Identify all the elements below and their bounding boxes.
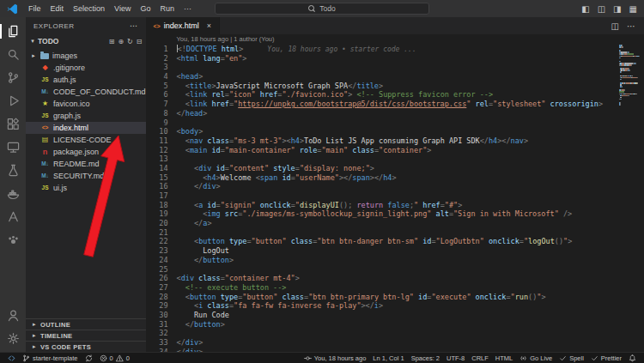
explorer-more-actions-icon[interactable]: ⋯ <box>130 21 138 30</box>
code-line-14[interactable]: 14 <div id="content" style="display: non… <box>146 164 644 173</box>
folder-icon <box>40 53 49 59</box>
code-line-13[interactable]: 13 <box>146 154 644 164</box>
code-line-25[interactable]: 25 <box>146 265 644 275</box>
code-line-16[interactable]: 16 </div> <box>146 182 644 191</box>
refresh-explorer-icon[interactable]: ↻ <box>127 38 133 45</box>
code-line-24[interactable]: 24 </button> <box>146 256 644 265</box>
code-line-5[interactable]: 5 <title>JavaScript Microsoft Graph SPA<… <box>146 82 644 91</box>
indentation-status[interactable]: Spaces: 2 <box>408 353 443 363</box>
activity-docker-icon[interactable] <box>0 182 26 205</box>
menu-selection[interactable]: Selection <box>69 3 109 15</box>
code-line-7[interactable]: 7 <link href="https://unpkg.com/bootstra… <box>146 100 644 109</box>
activity-remote-explorer-icon[interactable] <box>0 136 26 159</box>
file-favicon-ico[interactable]: ★favicon.ico <box>26 98 146 110</box>
menu-view[interactable]: View <box>110 3 135 15</box>
minimap[interactable] <box>619 45 641 106</box>
activity-azure-icon[interactable] <box>0 205 26 228</box>
cursor-position-status[interactable]: Ln 1, Col 1 <box>369 353 407 363</box>
code-line-15[interactable]: 15 <h4>Welcome <span id="userName"></spa… <box>146 173 644 183</box>
spell-status[interactable]: Spell <box>556 353 587 363</box>
activity-source-control-icon[interactable] <box>0 66 26 89</box>
activity-settings-icon[interactable] <box>0 327 26 350</box>
code-line-31[interactable]: 31 </button> <box>146 320 644 330</box>
remote-indicator[interactable] <box>4 353 19 363</box>
toggle-secondary-sidebar-icon[interactable]: ◨ <box>613 4 621 14</box>
code-line-32[interactable]: 32 <box>146 329 644 338</box>
code-line-23[interactable]: 23 LogOut <box>146 246 644 256</box>
file-images[interactable]: ▸images <box>26 50 146 62</box>
code-line-10[interactable]: 10<body> <box>146 127 644 136</box>
code-line-2[interactable]: 2<html lang="en"> <box>146 54 644 64</box>
code-line-26[interactable]: 26<div class="container mt-4"> <box>146 274 644 283</box>
activity-testing-icon[interactable] <box>0 159 26 182</box>
activity-explorer-icon[interactable] <box>0 20 26 43</box>
problems-status[interactable]: 00 <box>96 353 133 363</box>
menu-edit[interactable]: Edit <box>46 3 69 15</box>
activity-run-and-debug-icon[interactable] <box>0 89 26 112</box>
close-tab-icon[interactable]: × <box>207 21 211 30</box>
gitlens-blame-status[interactable]: You, 18 hours ago <box>301 353 370 363</box>
file-auth-js[interactable]: JSauth.js <box>26 74 146 86</box>
code-line-8[interactable]: 8</head> <box>146 109 644 118</box>
split-editor-icon[interactable]: ◫ <box>611 21 619 31</box>
new-folder-icon[interactable]: ⊕ <box>118 38 124 45</box>
code-line-17[interactable]: 17 <box>146 191 644 201</box>
menu-file[interactable]: File <box>24 3 46 15</box>
code-line-29[interactable]: 29 <i class="fa fa-fw fa-inverse fa-play… <box>146 301 644 311</box>
code-line-30[interactable]: 30 Run Code <box>146 311 644 320</box>
panel-outline[interactable]: ▸OUTLINE <box>26 318 146 330</box>
file-code-of-conduct-md[interactable]: M↓CODE_OF_CONDUCT.md <box>26 86 146 98</box>
menu-run[interactable]: Run <box>155 3 179 15</box>
activity-extensions-icon[interactable] <box>0 112 26 136</box>
activity-accounts-icon[interactable] <box>0 304 26 327</box>
file-ui-js[interactable]: JSui.js <box>26 182 146 194</box>
customize-layout-icon[interactable]: ▦ <box>629 4 637 14</box>
toggle-primary-sidebar-icon[interactable]: ◧ <box>581 4 589 14</box>
command-center-search[interactable]: Todo <box>215 3 429 15</box>
new-file-icon[interactable]: ⊞ <box>109 38 115 45</box>
code-line-27[interactable]: 27 <!-- execute button --> <box>146 283 644 293</box>
file-readme-md[interactable]: M↓README.md <box>26 158 146 170</box>
file-package-json[interactable]: npackage.json <box>26 146 146 158</box>
eol-status[interactable]: CRLF <box>468 353 492 363</box>
code-line-33[interactable]: 33</div> <box>146 338 644 348</box>
code-line-9[interactable]: 9 <box>146 118 644 128</box>
more-actions-icon[interactable]: ⋯ <box>627 21 635 31</box>
file-security-md[interactable]: M↓SECURITY.md <box>26 170 146 182</box>
sync-status[interactable] <box>82 353 96 363</box>
panel-vs-code-pets[interactable]: ▸VS CODE PETS <box>26 341 146 352</box>
branch-status[interactable]: starter-template <box>19 353 82 363</box>
code-line-1[interactable]: 1<!DOCTYPE html>You, 18 hours ago • star… <box>146 45 644 54</box>
codelens-annotation[interactable]: You, 18 hours ago | 1 author (You) <box>146 34 644 45</box>
file-license-code[interactable]: ▤LICENSE-CODE <box>26 134 146 146</box>
panel-timeline[interactable]: ▸TIMELINE <box>26 330 146 341</box>
code-line-12[interactable]: 12 <main id="main-container" role="main"… <box>146 146 644 155</box>
code-line-4[interactable]: 4<head> <box>146 72 644 82</box>
code-line-3[interactable]: 3 <box>146 63 644 72</box>
go-live-status[interactable]: Go Live <box>516 353 556 363</box>
menu-go[interactable]: Go <box>136 3 155 15</box>
notifications-bell[interactable] <box>625 353 640 363</box>
activity-vscode-pets-icon[interactable] <box>0 228 26 251</box>
code-editor[interactable]: You, 18 hours ago | 1 author (You) 1<!DO… <box>146 34 644 352</box>
code-line-20[interactable]: 20 </a> <box>146 219 644 228</box>
menu-more[interactable]: ··· <box>179 3 196 15</box>
file-graph-js[interactable]: JSgraph.js <box>26 110 146 122</box>
file-index-html[interactable]: <>index.html <box>26 122 146 134</box>
toggle-panel-icon[interactable]: ◫ <box>598 4 605 14</box>
collapse-folders-icon[interactable]: ⊟ <box>137 38 143 45</box>
code-line-22[interactable]: 22 <button type="button" class="btn btn-… <box>146 237 644 246</box>
code-line-19[interactable]: 19 <img src="./images/ms-symbollockup_si… <box>146 209 644 219</box>
code-line-18[interactable]: 18 <a id="signin" onclick="displayUI(); … <box>146 201 644 210</box>
code-line-11[interactable]: 11 <nav class="ms-3 mt-3"><h4>ToDo List … <box>146 136 644 146</box>
code-line-28[interactable]: 28 <button type="button" class="btn btn-… <box>146 293 644 302</box>
folder-section-header[interactable]: ▾ TODO ⊞⊕↻⊟ <box>26 34 146 48</box>
tab-index-html[interactable]: <> index.html × <box>146 17 220 34</box>
file-gitignore[interactable]: ◆.gitignore <box>26 62 146 74</box>
code-line-21[interactable]: 21 <box>146 228 644 238</box>
language-mode-status[interactable]: HTML <box>492 353 516 363</box>
prettier-status[interactable]: Prettier <box>587 353 625 363</box>
encoding-status[interactable]: UTF-8 <box>443 353 468 363</box>
activity-search-icon[interactable] <box>0 43 26 66</box>
code-line-6[interactable]: 6 <link rel="icon" href="./favicon.ico">… <box>146 90 644 100</box>
